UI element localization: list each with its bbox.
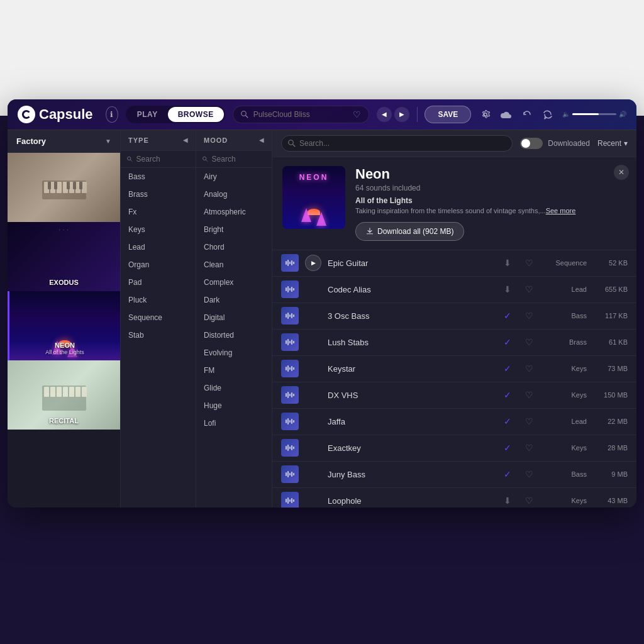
mood-item-evolving[interactable]: Evolving bbox=[196, 344, 272, 362]
download-sound-icon[interactable]: ⬇ bbox=[500, 284, 515, 294]
svg-rect-52 bbox=[291, 366, 292, 371]
content-search-input[interactable] bbox=[299, 139, 506, 148]
type-search-input[interactable] bbox=[136, 155, 189, 164]
svg-rect-57 bbox=[291, 392, 292, 397]
svg-rect-55 bbox=[287, 392, 289, 398]
sort-button[interactable]: Recent ▾ bbox=[597, 139, 628, 148]
favorite-icon[interactable]: ♡ bbox=[521, 364, 536, 374]
mood-item-complex[interactable]: Complex bbox=[196, 274, 272, 291]
content-panel: Downloaded Recent ▾ NEON bbox=[272, 130, 636, 508]
svg-rect-41 bbox=[289, 314, 291, 317]
prev-button[interactable]: ◀ bbox=[377, 107, 392, 122]
sound-thumb bbox=[281, 254, 299, 272]
svg-rect-19 bbox=[63, 387, 68, 397]
sound-type: Keys bbox=[543, 497, 587, 504]
pack-tri-left bbox=[301, 208, 311, 222]
mood-filter-col: MOOD ◀ Airy Analog Atmospheric Bright Ch… bbox=[196, 130, 272, 508]
mood-collapse-icon[interactable]: ◀ bbox=[259, 136, 264, 143]
mood-item-bright[interactable]: Bright bbox=[196, 221, 272, 238]
browse-mode-button[interactable]: BROWSE bbox=[168, 107, 224, 122]
download-all-button[interactable]: Download all (902 MB) bbox=[355, 222, 464, 241]
save-button[interactable]: SAVE bbox=[425, 106, 471, 123]
favorite-icon[interactable]: ♡ bbox=[521, 284, 536, 294]
download-sound-icon[interactable]: ⬇ bbox=[500, 258, 515, 268]
mood-item-fm[interactable]: FM bbox=[196, 362, 272, 379]
mood-item-dark[interactable]: Dark bbox=[196, 291, 272, 309]
favorite-icon[interactable]: ♡ bbox=[521, 496, 536, 506]
svg-rect-32 bbox=[291, 260, 292, 265]
mood-item-airy[interactable]: Airy bbox=[196, 168, 272, 186]
play-mode-button[interactable]: PLAY bbox=[127, 107, 168, 122]
collection-item-piano[interactable] bbox=[8, 153, 120, 222]
refresh-button[interactable] bbox=[521, 106, 534, 123]
mood-item-huge[interactable]: Huge bbox=[196, 397, 272, 414]
waveform-icon bbox=[286, 444, 294, 452]
collection-item-neon[interactable]: NEON All of the Lights bbox=[8, 291, 120, 360]
favorite-icon[interactable]: ♡ bbox=[521, 258, 536, 268]
download-sound-icon[interactable]: ⬇ bbox=[500, 496, 515, 506]
close-pack-button[interactable]: ✕ bbox=[614, 165, 629, 180]
favorite-icon[interactable]: ♡ bbox=[521, 416, 536, 426]
top-search-input[interactable] bbox=[253, 110, 348, 119]
svg-rect-63 bbox=[293, 420, 294, 423]
favorite-icon[interactable]: ♡ bbox=[521, 311, 536, 321]
recital-label: RECITAL bbox=[8, 417, 120, 425]
play-button[interactable]: ▶ bbox=[305, 255, 321, 271]
filter-item-pluck[interactable]: Pluck bbox=[121, 291, 196, 309]
mood-item-digital[interactable]: Digital bbox=[196, 309, 272, 326]
waveform-icon bbox=[286, 365, 294, 372]
info-button[interactable]: ℹ bbox=[106, 106, 118, 123]
sound-type: Brass bbox=[543, 338, 587, 346]
mood-item-atmospheric[interactable]: Atmospheric bbox=[196, 203, 272, 221]
waveform-icon bbox=[286, 497, 294, 504]
type-collapse-icon[interactable]: ◀ bbox=[183, 136, 188, 143]
mood-item-lofi[interactable]: Lofi bbox=[196, 414, 272, 432]
svg-rect-46 bbox=[289, 341, 291, 343]
collection-item-recital[interactable]: RECITAL bbox=[8, 360, 120, 430]
top-bar: Capsule ℹ PLAY BROWSE ♡ ◀ ▶ SAVE bbox=[8, 99, 636, 130]
top-favorite-icon[interactable]: ♡ bbox=[353, 109, 361, 119]
filter-item-pad[interactable]: Pad bbox=[121, 274, 196, 291]
favorite-icon[interactable]: ♡ bbox=[521, 443, 536, 453]
mood-item-clean[interactable]: Clean bbox=[196, 256, 272, 274]
filter-item-lead[interactable]: Lead bbox=[121, 238, 196, 256]
table-row: ▶ Epic Guitar ⬇ ♡ Sequence 52 KB bbox=[272, 250, 636, 277]
pack-count: 64 sounds included bbox=[355, 184, 626, 192]
downloaded-toggle[interactable] bbox=[520, 138, 543, 149]
collection-item-exodus[interactable]: · · · EXODUS bbox=[8, 222, 120, 291]
mood-search-input[interactable] bbox=[212, 155, 265, 164]
see-more-link[interactable]: See more bbox=[546, 207, 576, 214]
favorite-icon[interactable]: ♡ bbox=[521, 469, 536, 479]
slider-track[interactable] bbox=[572, 113, 616, 115]
filter-item-sequence[interactable]: Sequence bbox=[121, 309, 196, 326]
svg-rect-37 bbox=[291, 287, 292, 292]
filter-item-organ[interactable]: Organ bbox=[121, 256, 196, 274]
sound-type: Lead bbox=[543, 418, 587, 425]
waveform-icon bbox=[286, 470, 294, 478]
factory-chevron-icon[interactable]: ▼ bbox=[105, 138, 111, 145]
downloaded-check-icon: ✓ bbox=[500, 443, 515, 453]
next-button[interactable]: ▶ bbox=[394, 107, 409, 122]
favorite-icon[interactable]: ♡ bbox=[521, 390, 536, 400]
filter-item-brass[interactable]: Brass bbox=[121, 186, 196, 203]
svg-point-0 bbox=[241, 111, 246, 116]
filter-item-keys[interactable]: Keys bbox=[121, 221, 196, 238]
settings-button[interactable] bbox=[479, 106, 492, 123]
waveform-icon bbox=[286, 391, 294, 399]
filter-item-fx[interactable]: Fx bbox=[121, 203, 196, 221]
filter-item-stab[interactable]: Stab bbox=[121, 326, 196, 344]
filter-item-bass[interactable]: Bass bbox=[121, 168, 196, 186]
volume-slider[interactable]: 🔈 🔊 bbox=[562, 111, 626, 118]
mood-item-chord[interactable]: Chord bbox=[196, 238, 272, 256]
top-search-bar: ♡ bbox=[233, 106, 369, 123]
svg-rect-59 bbox=[286, 419, 287, 423]
favorite-icon[interactable]: ♡ bbox=[521, 337, 536, 347]
mood-item-analog[interactable]: Analog bbox=[196, 186, 272, 203]
type-filter-header: TYPE ◀ bbox=[121, 130, 196, 151]
svg-rect-60 bbox=[287, 418, 289, 425]
mood-item-glide[interactable]: Glide bbox=[196, 379, 272, 397]
cloud-button[interactable] bbox=[499, 106, 513, 123]
mood-item-distorted[interactable]: Distorted bbox=[196, 326, 272, 344]
logo-icon bbox=[18, 106, 35, 123]
sync-button[interactable] bbox=[541, 106, 555, 123]
